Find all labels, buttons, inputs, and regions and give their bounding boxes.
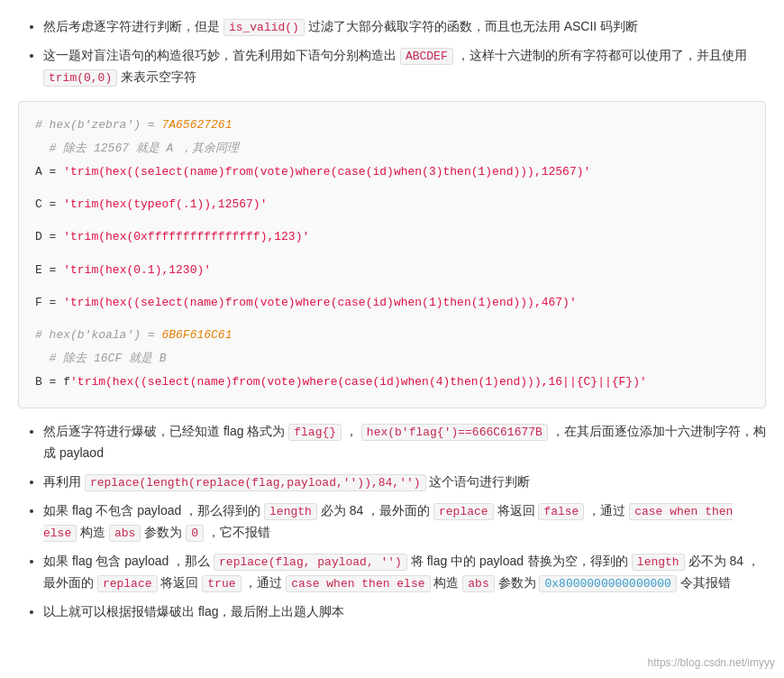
inline-code-replace-flag: replace(flag, payload, '') bbox=[214, 554, 407, 571]
inline-code-abs1: abs bbox=[109, 525, 141, 542]
inline-code-length1: length bbox=[264, 503, 317, 520]
list-item-b1: 然后逐字符进行爆破，已经知道 flag 格式为 flag{} ， hex(b'f… bbox=[43, 421, 766, 464]
inline-code-hex-flag: hex(b'flag{')==666C61677B bbox=[361, 424, 548, 441]
code-line-E: E = 'trim(hex(0.1),1230)' bbox=[35, 260, 749, 281]
inline-code-length2: length bbox=[632, 554, 685, 571]
inline-code-true: true bbox=[202, 575, 241, 592]
code-line-D: D = 'trim(hex(0xffffffffffffffff),123)' bbox=[35, 226, 749, 248]
second-bullet-list: 然后逐字符进行爆破，已经知道 flag 格式为 flag{} ， hex(b'f… bbox=[18, 421, 766, 623]
inline-code-replace2: replace bbox=[97, 575, 158, 592]
code-comment-2: # 除去 12567 就是 A ，其余同理 bbox=[35, 138, 749, 160]
code-comment-4: # 除去 16CF 就是 B bbox=[35, 348, 749, 370]
code-line-A: A = 'trim(hex((select(name)from(vote)whe… bbox=[35, 161, 749, 183]
code-line-F: F = 'trim(hex((select(name)from(vote)whe… bbox=[35, 292, 749, 314]
inline-code-abs2: abs bbox=[462, 575, 494, 592]
inline-code-false: false bbox=[538, 503, 584, 520]
code-line-B: B = f'trim(hex((select(name)from(vote)wh… bbox=[35, 371, 749, 393]
code-block: # hex(b'zebra') = 7A65627261 # 除去 12567 … bbox=[18, 101, 766, 408]
inline-code-case2: case when then else bbox=[286, 575, 430, 592]
inline-code-replace-length: replace(length(replace(flag,payload,''))… bbox=[85, 474, 426, 491]
code-line-C: C = 'trim(hex(typeof(.1)),12567)' bbox=[35, 194, 749, 215]
inline-code-zero: 0 bbox=[186, 525, 204, 542]
code-comment-3: # hex(b'koala') = 6B6F616C61 bbox=[35, 325, 749, 346]
inline-code-hex-overflow: 0x8000000000000000 bbox=[539, 575, 676, 592]
list-item: 这一题对盲注语句的构造很巧妙，首先利用如下语句分别构造出 ABCDEF ，这样十… bbox=[43, 45, 766, 88]
inline-code-is-valid: is_valid() bbox=[223, 19, 305, 36]
list-item-b5: 以上就可以根据报错爆破出 flag，最后附上出题人脚本 bbox=[43, 601, 766, 623]
first-bullet-list: 然后考虑逐字符进行判断，但是 is_valid() 过滤了大部分截取字符的函数，… bbox=[18, 16, 766, 88]
inline-code-case1: case when then else bbox=[43, 503, 733, 542]
watermark: https://blog.csdn.net/imyyy bbox=[648, 656, 775, 669]
list-item: 然后考虑逐字符进行判断，但是 is_valid() 过滤了大部分截取字符的函数，… bbox=[43, 16, 766, 38]
inline-code-replace1: replace bbox=[433, 503, 494, 520]
main-content: 然后考虑逐字符进行判断，但是 is_valid() 过滤了大部分截取字符的函数，… bbox=[0, 0, 784, 648]
list-item-b4: 如果 flag 包含 payload ，那么 replace(flag, pay… bbox=[43, 551, 766, 594]
code-comment-1: # hex(b'zebra') = 7A65627261 bbox=[35, 115, 749, 136]
inline-code-flag-brace: flag{} bbox=[288, 424, 342, 441]
list-item-b3: 如果 flag 不包含 payload ，那么得到的 length 必为 84 … bbox=[43, 500, 766, 544]
inline-code-abcdef: ABCDEF bbox=[400, 48, 453, 65]
list-item-b2: 再利用 replace(length(replace(flag,payload,… bbox=[43, 472, 766, 493]
inline-code-trim: trim(0,0) bbox=[43, 69, 117, 87]
